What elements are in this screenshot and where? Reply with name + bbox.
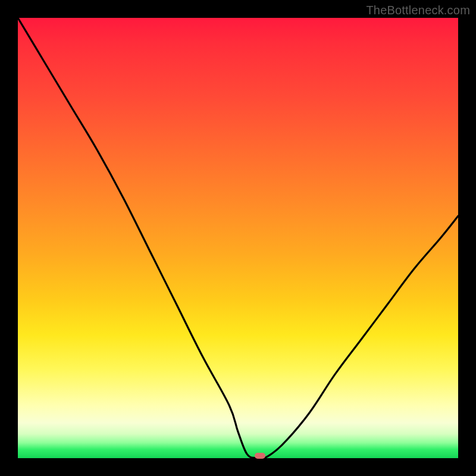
watermark-text: TheBottleneck.com (366, 4, 470, 17)
chart-frame: TheBottleneck.com (0, 0, 476, 476)
plot-area (18, 18, 458, 458)
optimum-marker (255, 453, 265, 459)
bottleneck-curve (18, 18, 458, 458)
